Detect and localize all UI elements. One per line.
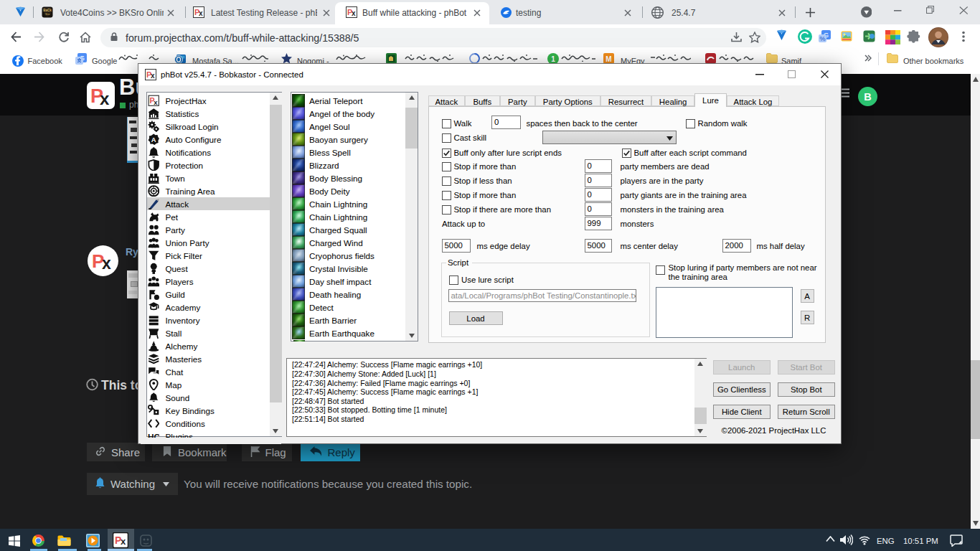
- svg-text:x: x: [100, 89, 110, 108]
- svg-text:B: B: [864, 91, 871, 103]
- svg-text:x: x: [199, 9, 203, 17]
- svg-text:%: %: [819, 35, 825, 42]
- svg-text:Sro: Sro: [45, 12, 50, 16]
- svg-text:A: A: [151, 136, 156, 143]
- svg-text:x: x: [102, 254, 111, 273]
- svg-text:x: x: [121, 536, 126, 547]
- svg-text:x: x: [352, 9, 356, 17]
- svg-text:x: x: [154, 98, 158, 105]
- svg-text:x: x: [151, 72, 155, 80]
- svg-text:1: 1: [551, 55, 555, 63]
- svg-text:M: M: [606, 55, 611, 63]
